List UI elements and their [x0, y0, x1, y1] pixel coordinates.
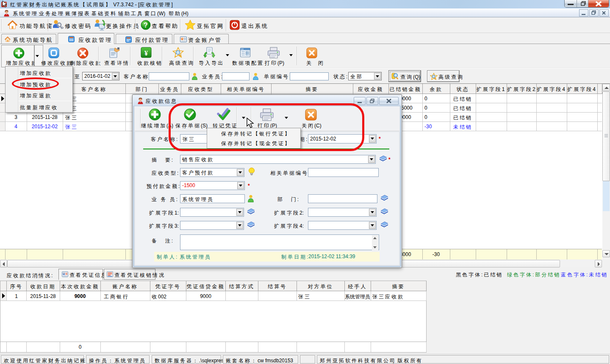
svg-text:¥: ¥ — [144, 49, 148, 57]
svg-text:?: ? — [144, 22, 148, 29]
